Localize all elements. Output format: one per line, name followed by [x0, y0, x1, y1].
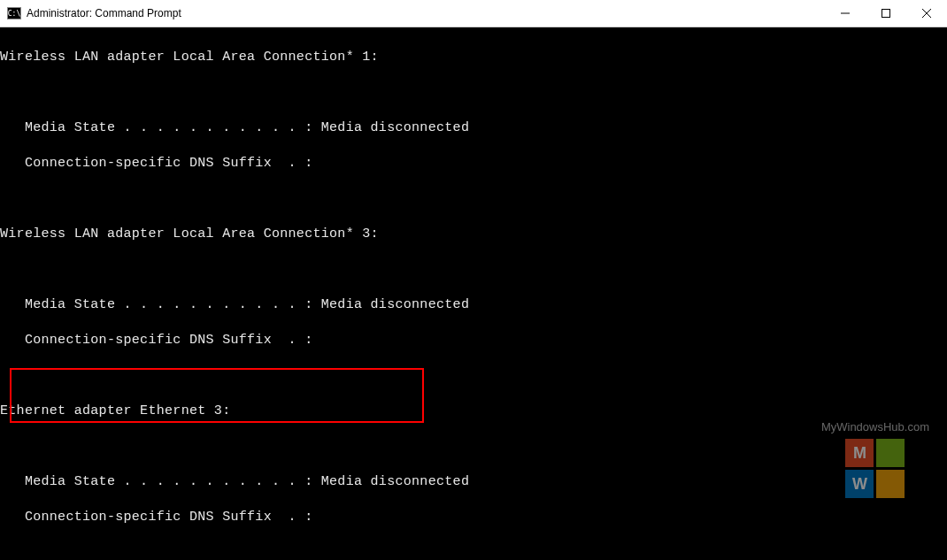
output-line: Connection-specific DNS Suffix . : [0, 155, 947, 173]
output-line: Media State . . . . . . . . . . . : Medi… [0, 296, 947, 314]
window-title: Administrator: Command Prompt [27, 7, 181, 19]
window-controls [825, 0, 947, 27]
adapter-header: Ethernet adapter Ethernet 3: [0, 403, 947, 420]
close-button[interactable] [906, 0, 947, 27]
output-line: Media State . . . . . . . . . . . : Medi… [0, 119, 947, 137]
titlebar-left: C:\ Administrator: Command Prompt [0, 7, 181, 19]
output-line: Connection-specific DNS Suffix . : [0, 509, 947, 526]
terminal-output[interactable]: Wireless LAN adapter Local Area Connecti… [0, 27, 947, 560]
svg-rect-1 [882, 10, 890, 18]
blank-line [0, 190, 947, 208]
cmd-icon: C:\ [7, 7, 21, 19]
blank-line [0, 261, 947, 279]
adapter-header: Wireless LAN adapter Local Area Connecti… [0, 226, 947, 243]
adapter-header: Wireless LAN adapter Local Area Connecti… [0, 49, 947, 66]
maximize-button[interactable] [866, 0, 906, 27]
output-line: Media State . . . . . . . . . . . : Medi… [0, 473, 947, 491]
output-line: Connection-specific DNS Suffix . : [0, 332, 947, 349]
blank-line [0, 544, 947, 560]
blank-line [0, 367, 947, 385]
minimize-button[interactable] [825, 0, 866, 27]
blank-line [0, 438, 947, 456]
blank-line [0, 84, 947, 102]
window-titlebar: C:\ Administrator: Command Prompt [0, 0, 947, 27]
